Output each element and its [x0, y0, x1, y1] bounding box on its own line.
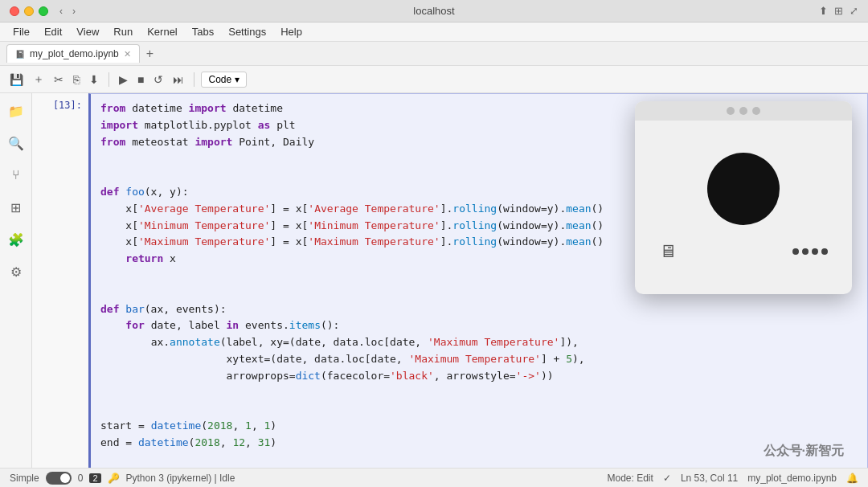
checkmark-icon: ✓ — [663, 473, 671, 484]
nav-back-button[interactable]: ‹ — [56, 4, 66, 18]
menu-view[interactable]: View — [70, 24, 105, 39]
new-tab-icon[interactable]: ⊞ — [834, 5, 843, 17]
widget-circle — [707, 153, 780, 225]
widget-bottom-bar: 🖥 — [651, 241, 836, 262]
dot-1 — [792, 248, 799, 255]
save-button[interactable]: 💾 — [6, 72, 27, 88]
mode-label: Simple — [10, 473, 39, 484]
toolbar-separator-1 — [108, 72, 109, 87]
sidebar-icon-settings[interactable]: ⚙ — [5, 260, 27, 283]
add-cell-button[interactable]: ＋ — [30, 71, 47, 88]
dot-4 — [821, 248, 828, 255]
bell-icon: 🔔 — [846, 473, 858, 484]
widget-dot-1 — [727, 107, 735, 115]
dot-2 — [802, 248, 809, 255]
cell-type-label: Code — [208, 74, 231, 85]
dot-3 — [812, 248, 818, 255]
monitor-icon: 🖥 — [659, 241, 677, 262]
watermark: 公众号·新智元 — [764, 443, 844, 460]
cell-count-label: 0 — [78, 473, 84, 484]
toolbar: 💾 ＋ ✂ ⎘ ⬇ ▶ ■ ↺ ⏭ Code ▾ — [0, 66, 868, 93]
notebook-tab-icon: 📓 — [15, 50, 25, 59]
main-area: 📁 🔍 ⑂ ⊞ 🧩 ⚙ [13]: from datetime import d… — [0, 93, 868, 468]
cut-button[interactable]: ✂ — [51, 72, 67, 88]
sidebar-icon-search[interactable]: 🔍 — [5, 132, 27, 154]
cell-type-arrow: ▾ — [235, 74, 240, 85]
file-label: my_plot_demo.ipynb — [747, 473, 837, 484]
paste-button[interactable]: ⬇ — [86, 72, 102, 88]
fullscreen-icon[interactable]: ⤢ — [850, 5, 858, 17]
nav-buttons: ‹ › — [56, 4, 79, 18]
menu-kernel[interactable]: Kernel — [141, 24, 184, 39]
new-tab-button[interactable]: + — [143, 47, 157, 61]
stop-button[interactable]: ■ — [134, 72, 147, 88]
notebook-tab-label: my_plot_demo.ipynb — [30, 48, 119, 59]
dots-indicator — [792, 248, 828, 255]
cell-count-badge: 2 — [89, 473, 100, 483]
restart-button[interactable]: ↺ — [150, 72, 166, 88]
close-button[interactable] — [10, 6, 19, 16]
window-controls-right: ⬆ ⊞ ⤢ — [819, 5, 858, 17]
minimize-button[interactable] — [24, 6, 34, 16]
floating-widget: 🖥 — [635, 101, 852, 294]
notebook-tab[interactable]: 📓 my_plot_demo.ipynb ✕ — [6, 44, 140, 63]
title-bar: ‹ › localhost ⬆ ⊞ ⤢ — [0, 0, 868, 23]
sidebar-icon-folder[interactable]: 📁 — [5, 100, 27, 122]
share-icon[interactable]: ⬆ — [819, 5, 828, 17]
toolbar-separator-2 — [194, 72, 194, 87]
widget-titlebar — [635, 101, 852, 121]
menu-settings[interactable]: Settings — [222, 24, 272, 39]
cursor-position: Ln 53, Col 11 — [681, 473, 738, 484]
sidebar-icon-extensions[interactable]: ⊞ — [5, 196, 27, 219]
menu-edit[interactable]: Edit — [38, 24, 68, 39]
copy-button[interactable]: ⎘ — [70, 72, 83, 88]
python-status: 🔑 — [108, 473, 120, 484]
menu-file[interactable]: File — [6, 24, 36, 39]
traffic-lights — [10, 6, 48, 16]
tab-bar: 📓 my_plot_demo.ipynb ✕ + — [0, 42, 868, 66]
menu-tabs[interactable]: Tabs — [186, 24, 220, 39]
tab-close-button[interactable]: ✕ — [124, 49, 131, 59]
widget-dot-2 — [739, 107, 747, 115]
widget-dot-3 — [752, 107, 760, 115]
menu-help[interactable]: Help — [274, 24, 309, 39]
menu-bar: File Edit View Run Kernel Tabs Settings … — [0, 23, 868, 42]
cell-type-selector[interactable]: Code ▾ — [201, 72, 247, 88]
status-right: Mode: Edit ✓ Ln 53, Col 11 my_plot_demo.… — [608, 473, 859, 484]
sidebar-icon-puzzle[interactable]: 🧩 — [5, 228, 27, 251]
widget-body: 🖥 — [635, 121, 852, 294]
toggle-knob — [60, 473, 70, 483]
notebook-area: [13]: from datetime import datetime impo… — [32, 93, 868, 468]
fast-forward-button[interactable]: ⏭ — [170, 72, 187, 88]
sidebar: 📁 🔍 ⑂ ⊞ 🧩 ⚙ — [0, 93, 32, 468]
run-button[interactable]: ▶ — [116, 72, 131, 88]
window-title: localhost — [413, 5, 454, 17]
status-left: Simple 0 2 🔑 Python 3 (ipykernel) | Idle — [10, 472, 235, 485]
nav-forward-button[interactable]: › — [69, 4, 79, 18]
sidebar-icon-git[interactable]: ⑂ — [5, 164, 27, 186]
maximize-button[interactable] — [39, 6, 48, 16]
menu-run[interactable]: Run — [107, 24, 139, 39]
edit-mode-label: Mode: Edit — [608, 473, 653, 484]
toggle-switch[interactable] — [46, 472, 72, 485]
cell-prompt: [13]: — [32, 93, 88, 468]
kernel-idle-label: Python 3 (ipykernel) | Idle — [126, 473, 235, 484]
status-bar: Simple 0 2 🔑 Python 3 (ipykernel) | Idle… — [0, 468, 868, 487]
